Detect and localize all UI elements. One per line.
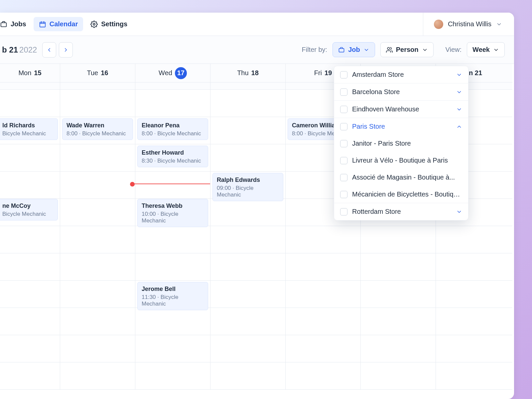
briefcase-icon <box>338 47 345 53</box>
event-meta: 09:00 · Bicycle Mechanic <box>217 185 279 198</box>
checkbox[interactable] <box>340 174 347 181</box>
day-column[interactable]: ld RichardsBicycle Mechanicne McCoyBicyc… <box>0 90 60 390</box>
calendar-toolbar: b 212022 Filter by: Job Person <box>0 36 514 64</box>
filter-child-label: Livreur à Vélo - Boutique à Paris <box>352 157 462 164</box>
filter-child-row[interactable]: Janitor - Paris Store <box>334 135 468 152</box>
day-column[interactable]: Eleanor Pena8:00 · Bicycle MechanicEsthe… <box>135 90 210 390</box>
event-title: Ralph Edwards <box>217 177 279 184</box>
checkbox[interactable] <box>340 88 347 96</box>
calendar-event[interactable]: Ralph Edwards09:00 · Bicycle Mechanic <box>212 173 283 201</box>
nav-calendar-label: Calendar <box>50 20 78 28</box>
nav-jobs-label: Jobs <box>11 20 26 28</box>
calendar-event[interactable]: Jerome Bell11:30 · Bicycle Mechanic <box>137 282 208 310</box>
event-meta: 8:00 · Bicycle Mechanic <box>142 130 204 137</box>
filter-group-row[interactable]: Barcelona Store <box>334 83 468 100</box>
filter-person-label: Person <box>396 46 419 54</box>
prev-week-button[interactable] <box>42 42 56 58</box>
filter-group-row[interactable]: Rotterdam Store <box>334 203 468 220</box>
view-select[interactable]: Week <box>467 42 505 57</box>
next-week-button[interactable] <box>59 42 73 58</box>
nav-settings-label: Settings <box>101 20 127 28</box>
event-title: ld Richards <box>2 122 54 129</box>
checkbox[interactable] <box>340 140 347 147</box>
day-header: Mon15 <box>0 64 60 82</box>
svg-point-4 <box>387 47 390 50</box>
chevron-right-icon <box>63 47 69 53</box>
filter-child-label: Associé de Magasin - Boutique à... <box>352 174 462 181</box>
checkbox[interactable] <box>340 208 347 215</box>
filter-job-label: Job <box>348 46 360 54</box>
calendar-event[interactable]: Eleanor Pena8:00 · Bicycle Mechanic <box>137 118 208 140</box>
checkbox[interactable] <box>340 123 347 130</box>
filter-child-row[interactable]: Mécanicien de Bicyclettes - Boutiqu... <box>334 186 468 203</box>
event-meta: Bicycle Mechanic <box>2 211 54 217</box>
user-name: Christina Willis <box>448 20 491 28</box>
user-menu[interactable]: Christina Willis <box>423 13 502 36</box>
chevron-down-icon <box>493 47 499 53</box>
filter-child-row[interactable]: Livreur à Vélo - Boutique à Paris <box>334 152 468 169</box>
nav-calendar[interactable]: Calendar <box>34 17 83 31</box>
event-title: Theresa Webb <box>142 202 204 209</box>
view-value: Week <box>472 46 490 54</box>
checkbox[interactable] <box>340 71 347 78</box>
day-header: Thu18 <box>210 64 286 82</box>
day-header: Tue16 <box>60 64 135 82</box>
filter-by-label: Filter by: <box>302 46 328 54</box>
nav-jobs[interactable]: Jobs <box>0 17 32 31</box>
filter-group-row[interactable]: Eindhoven Warehouse <box>334 101 468 118</box>
today-badge: 17 <box>175 67 187 79</box>
checkbox[interactable] <box>340 191 347 198</box>
chevron-left-icon <box>46 47 52 53</box>
day-column[interactable]: Wade Warren8:00 · Bicycle Mechanic <box>60 90 135 390</box>
day-header: Wed17 <box>135 64 210 82</box>
event-meta: 8:30 · Bicycle Mechanic <box>142 158 204 164</box>
job-filter-dropdown: Amsterdam Store Barcelona Store Eindhove… <box>334 66 468 220</box>
svg-rect-0 <box>1 23 7 27</box>
filter-group-label: Rotterdam Store <box>352 208 452 215</box>
chevron-down-icon <box>422 47 428 53</box>
calendar-event[interactable]: Wade Warren8:00 · Bicycle Mechanic <box>62 118 133 140</box>
event-meta: 8:00 · Bicycle Mechanic <box>66 130 129 137</box>
calendar-event[interactable]: ld RichardsBicycle Mechanic <box>0 118 58 140</box>
briefcase-icon <box>0 21 7 28</box>
gear-icon <box>90 21 98 28</box>
calendar-event[interactable]: Esther Howard8:30 · Bicycle Mechanic <box>137 146 208 167</box>
event-title: Jerome Bell <box>142 286 204 293</box>
filter-job-button[interactable]: Job <box>332 42 375 57</box>
event-title: ne McCoy <box>2 202 54 209</box>
chevron-down-icon <box>456 72 462 78</box>
calendar-event[interactable]: Theresa Webb10:00 · Bicycle Mechanic <box>137 199 208 227</box>
nav-settings[interactable]: Settings <box>85 17 133 31</box>
day-column[interactable]: Ralph Edwards09:00 · Bicycle Mechanic <box>210 90 286 390</box>
filter-person-button[interactable]: Person <box>380 42 434 57</box>
avatar <box>434 20 443 29</box>
filter-group-row[interactable]: Amsterdam Store <box>334 66 468 83</box>
persons-icon <box>386 47 393 53</box>
event-meta: Bicycle Mechanic <box>2 130 54 137</box>
chevron-down-icon <box>456 209 462 215</box>
checkbox[interactable] <box>340 106 347 113</box>
svg-rect-1 <box>40 22 45 27</box>
view-label: View: <box>446 46 462 54</box>
checkbox[interactable] <box>340 157 347 164</box>
filter-child-label: Mécanicien de Bicyclettes - Boutiqu... <box>352 191 462 198</box>
chevron-down-icon <box>456 89 462 95</box>
svg-rect-3 <box>339 48 344 52</box>
event-title: Esther Howard <box>142 149 204 156</box>
event-meta: 10:00 · Bicycle Mechanic <box>142 211 204 224</box>
filter-group-row[interactable]: Paris Store <box>334 118 468 135</box>
toolbar-left: b 212022 <box>2 42 73 58</box>
filter-child-label: Janitor - Paris Store <box>352 140 462 147</box>
top-nav: Jobs Calendar Settings Christina Willis <box>0 13 514 36</box>
chevron-down-icon <box>363 47 369 53</box>
svg-point-2 <box>93 23 95 25</box>
arrow-nav <box>42 42 73 58</box>
chevron-down-icon <box>456 106 462 112</box>
chevron-down-icon <box>456 124 462 130</box>
nav-left: Jobs Calendar Settings <box>0 17 133 31</box>
filter-group-label: Paris Store <box>352 123 452 130</box>
date-range-end: b 21 <box>2 45 18 54</box>
toolbar-right: Filter by: Job Person View: Week <box>302 42 505 57</box>
filter-child-row[interactable]: Associé de Magasin - Boutique à... <box>334 169 468 186</box>
calendar-event[interactable]: ne McCoyBicycle Mechanic <box>0 199 58 220</box>
